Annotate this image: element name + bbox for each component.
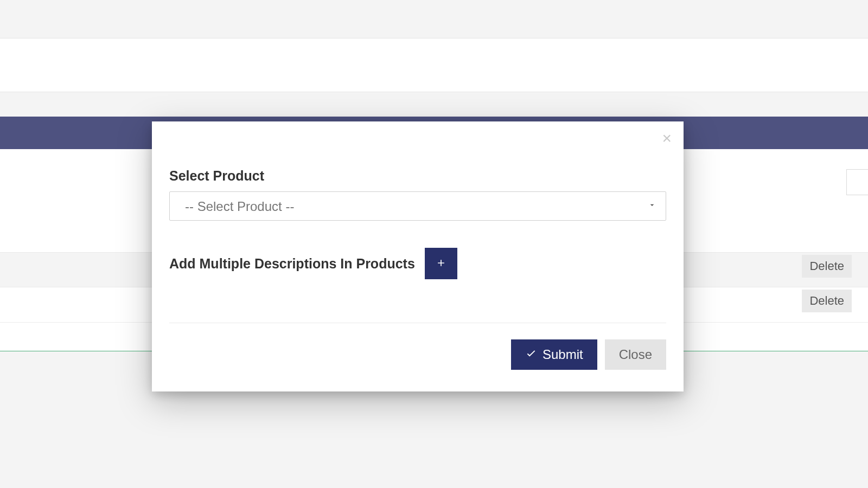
select-product-dropdown[interactable]: -- Select Product -- xyxy=(169,191,666,221)
select-product-label: Select Product xyxy=(169,168,666,184)
add-description-button[interactable] xyxy=(425,248,457,279)
add-descriptions-label: Add Multiple Descriptions In Products xyxy=(169,256,415,272)
delete-button-label: Delete xyxy=(809,259,844,273)
plus-icon xyxy=(436,258,446,270)
close-button-label: Close xyxy=(619,347,652,362)
modal-footer: Submit Close xyxy=(169,339,666,370)
page-toolbar-band xyxy=(0,38,868,92)
delete-button[interactable]: Delete xyxy=(802,255,852,278)
submit-button-label: Submit xyxy=(542,347,583,362)
add-descriptions-row: Add Multiple Descriptions In Products xyxy=(169,248,666,279)
check-icon xyxy=(525,347,537,362)
delete-button-label: Delete xyxy=(809,294,844,307)
search-input-fragment[interactable] xyxy=(846,169,868,195)
select-product-wrap: -- Select Product -- xyxy=(169,191,666,221)
modal-body: Select Product -- Select Product -- Add … xyxy=(152,121,684,391)
product-modal: × Select Product -- Select Product -- Ad… xyxy=(152,121,684,391)
modal-close-button[interactable]: × xyxy=(662,130,672,146)
modal-divider xyxy=(169,323,666,323)
close-button[interactable]: Close xyxy=(605,339,666,370)
close-icon: × xyxy=(662,129,672,147)
delete-button[interactable]: Delete xyxy=(802,290,852,312)
submit-button[interactable]: Submit xyxy=(511,339,597,370)
